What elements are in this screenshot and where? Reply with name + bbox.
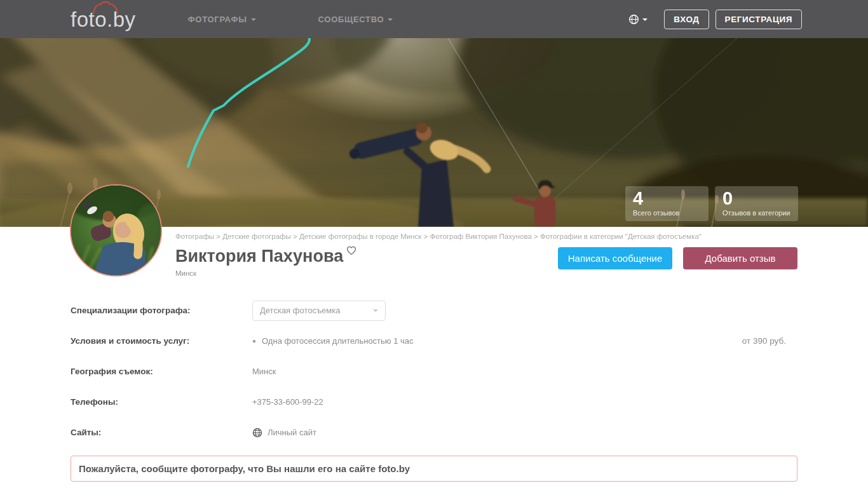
nav-photographers[interactable]: ФОТОГРАФЫ (188, 15, 256, 24)
bullet-icon: ● (252, 337, 256, 344)
row-phones: Телефоны: +375-33-600-99-22 (71, 392, 797, 412)
stat-total-reviews-value: 4 (633, 188, 701, 209)
geography-value: Минск (252, 367, 276, 376)
top-navbar: foto.by ФОТОГРАФЫ СООБЩЕСТВО ВХОД РЕГИСТ… (0, 0, 868, 38)
specialization-label: Специализации фотографа: (71, 306, 252, 315)
specialization-selected-value: Детская фотосъемка (260, 306, 340, 315)
stat-category-reviews: 0 Отзывов в категории (715, 186, 798, 221)
title-row: Виктория Пахунова Минск Написать сообщен… (175, 247, 797, 277)
nav-community[interactable]: СООБЩЕСТВО (318, 15, 393, 24)
nav-photographers-label: ФОТОГРАФЫ (188, 15, 247, 24)
avatar-photo-illustration (71, 186, 161, 275)
favorite-heart-icon[interactable] (346, 245, 357, 256)
add-review-button[interactable]: Добавить отзыв (683, 247, 797, 269)
specialization-select[interactable]: Детская фотосъемка (252, 301, 386, 321)
language-menu[interactable] (628, 14, 648, 25)
personal-site-label: Личный сайт (268, 428, 316, 437)
profile-actions: Написать сообщение Добавить отзыв (558, 247, 797, 269)
profile-city: Минск (175, 269, 357, 277)
stat-total-reviews-label: Всего отзывов (633, 209, 701, 217)
row-geography: География съемок: Минск (71, 362, 797, 382)
stat-total-reviews: 4 Всего отзывов (625, 186, 709, 221)
phone-value: +375-33-600-99-22 (252, 397, 323, 407)
referral-notice: Пожалуйста, сообщите фотографу, что Вы н… (71, 456, 797, 482)
stat-category-reviews-label: Отзывов в категории (722, 209, 790, 217)
camera-outline-icon (92, 1, 119, 14)
review-stats: 4 Всего отзывов 0 Отзывов в категории (625, 186, 798, 221)
phones-label: Телефоны: (71, 397, 252, 407)
chevron-down-icon (251, 18, 256, 21)
globe-icon (252, 428, 262, 438)
main-nav: ФОТОГРАФЫ СООБЩЕСТВО (188, 15, 393, 24)
nav-community-label: СООБЩЕСТВО (318, 15, 384, 24)
chevron-down-icon (642, 18, 648, 21)
details-list: Специализации фотографа: Детская фотосъе… (71, 301, 797, 443)
globe-icon (628, 14, 639, 25)
sites-label: Сайты: (71, 428, 252, 437)
pricing-item: Одна фотосессия длительностью 1 час (262, 336, 414, 346)
send-message-button[interactable]: Написать сообщение (558, 247, 672, 269)
row-pricing: Условия и стоимость услуг: ● Одна фотосе… (71, 331, 797, 351)
header-actions: ВХОД РЕГИСТРАЦИЯ (628, 10, 802, 29)
row-specialization: Специализации фотографа: Детская фотосъе… (71, 301, 797, 321)
chevron-down-icon (373, 309, 378, 312)
avatar (70, 184, 162, 276)
breadcrumb[interactable]: Фотографы > Детские фотографы > Детские … (175, 233, 797, 240)
site-logo[interactable]: foto.by (71, 9, 136, 30)
register-button[interactable]: РЕГИСТРАЦИЯ (715, 10, 802, 29)
personal-site-link[interactable]: Личный сайт (252, 428, 316, 438)
pricing-label: Условия и стоимость услуг: (71, 336, 252, 346)
geography-label: География съемок: (71, 367, 252, 376)
profile-content: Фотографы > Детские фотографы > Детские … (0, 227, 868, 482)
login-button[interactable]: ВХОД (664, 10, 709, 29)
row-sites: Сайты: Личный сайт (71, 423, 797, 443)
chevron-down-icon (388, 18, 393, 21)
profile-header: Фотографы > Детские фотографы > Детские … (175, 227, 797, 277)
pricing-price: от 390 руб. (742, 336, 797, 346)
page-title: Виктория Пахунова (175, 247, 343, 266)
stat-category-reviews-value: 0 (722, 188, 790, 209)
